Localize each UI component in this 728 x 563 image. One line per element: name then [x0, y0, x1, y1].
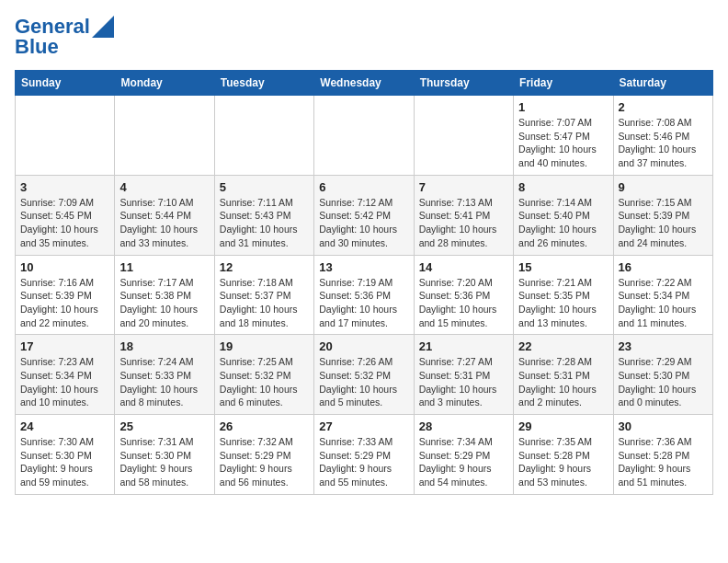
- day-number: 24: [20, 419, 109, 433]
- day-info: Sunrise: 7:13 AM Sunset: 5:41 PM Dayligh…: [419, 196, 508, 250]
- calendar-cell: 29Sunrise: 7:35 AM Sunset: 5:28 PM Dayli…: [514, 415, 613, 495]
- weekday-header-friday: Friday: [514, 71, 613, 96]
- calendar-body: 1Sunrise: 7:07 AM Sunset: 5:47 PM Daylig…: [16, 96, 713, 495]
- calendar-week-4: 17Sunrise: 7:23 AM Sunset: 5:34 PM Dayli…: [16, 335, 713, 415]
- day-number: 6: [319, 180, 408, 194]
- day-info: Sunrise: 7:17 AM Sunset: 5:38 PM Dayligh…: [119, 276, 209, 330]
- day-number: 17: [20, 339, 109, 353]
- calendar-table: SundayMondayTuesdayWednesdayThursdayFrid…: [15, 70, 713, 495]
- calendar-cell: 8Sunrise: 7:14 AM Sunset: 5:40 PM Daylig…: [514, 175, 613, 255]
- day-info: Sunrise: 7:27 AM Sunset: 5:31 PM Dayligh…: [419, 355, 508, 409]
- calendar-cell: 25Sunrise: 7:31 AM Sunset: 5:30 PM Dayli…: [115, 415, 214, 495]
- weekday-header-wednesday: Wednesday: [314, 71, 414, 96]
- day-number: 29: [518, 419, 608, 433]
- day-info: Sunrise: 7:35 AM Sunset: 5:28 PM Dayligh…: [518, 435, 608, 489]
- calendar-week-5: 24Sunrise: 7:30 AM Sunset: 5:30 PM Dayli…: [16, 415, 713, 495]
- day-info: Sunrise: 7:14 AM Sunset: 5:40 PM Dayligh…: [518, 196, 608, 250]
- day-info: Sunrise: 7:24 AM Sunset: 5:33 PM Dayligh…: [119, 355, 209, 409]
- day-number: 13: [319, 260, 408, 274]
- calendar-cell: 12Sunrise: 7:18 AM Sunset: 5:37 PM Dayli…: [214, 255, 313, 335]
- calendar-cell: [16, 96, 115, 176]
- day-info: Sunrise: 7:33 AM Sunset: 5:29 PM Dayligh…: [319, 435, 408, 489]
- day-info: Sunrise: 7:09 AM Sunset: 5:45 PM Dayligh…: [20, 196, 109, 250]
- day-info: Sunrise: 7:10 AM Sunset: 5:44 PM Dayligh…: [119, 196, 209, 250]
- calendar-cell: 27Sunrise: 7:33 AM Sunset: 5:29 PM Dayli…: [314, 415, 414, 495]
- day-info: Sunrise: 7:16 AM Sunset: 5:39 PM Dayligh…: [20, 276, 109, 330]
- weekday-header-sunday: Sunday: [16, 71, 115, 96]
- day-info: Sunrise: 7:19 AM Sunset: 5:36 PM Dayligh…: [319, 276, 408, 330]
- day-info: Sunrise: 7:25 AM Sunset: 5:32 PM Dayligh…: [220, 355, 309, 409]
- day-number: 9: [619, 180, 708, 194]
- day-number: 14: [419, 260, 508, 274]
- weekday-header-saturday: Saturday: [613, 71, 712, 96]
- logo-text-blue: Blue: [15, 35, 59, 59]
- day-number: 20: [319, 339, 408, 353]
- day-info: Sunrise: 7:29 AM Sunset: 5:30 PM Dayligh…: [619, 355, 708, 409]
- calendar-cell: 7Sunrise: 7:13 AM Sunset: 5:41 PM Daylig…: [414, 175, 513, 255]
- day-number: 3: [20, 180, 109, 194]
- day-info: Sunrise: 7:36 AM Sunset: 5:28 PM Dayligh…: [619, 435, 708, 489]
- day-info: Sunrise: 7:12 AM Sunset: 5:42 PM Dayligh…: [319, 196, 408, 250]
- day-number: 2: [619, 100, 708, 114]
- svg-marker-0: [92, 16, 114, 38]
- weekday-header-row: SundayMondayTuesdayWednesdayThursdayFrid…: [16, 71, 713, 96]
- calendar-cell: 10Sunrise: 7:16 AM Sunset: 5:39 PM Dayli…: [16, 255, 115, 335]
- day-number: 30: [619, 419, 708, 433]
- day-info: Sunrise: 7:30 AM Sunset: 5:30 PM Dayligh…: [20, 435, 109, 489]
- calendar-cell: [115, 96, 214, 176]
- header: General Blue: [15, 15, 713, 59]
- calendar-cell: 28Sunrise: 7:34 AM Sunset: 5:29 PM Dayli…: [414, 415, 513, 495]
- day-info: Sunrise: 7:15 AM Sunset: 5:39 PM Dayligh…: [619, 196, 708, 250]
- day-info: Sunrise: 7:31 AM Sunset: 5:30 PM Dayligh…: [119, 435, 209, 489]
- day-number: 27: [319, 419, 408, 433]
- calendar-cell: 16Sunrise: 7:22 AM Sunset: 5:34 PM Dayli…: [613, 255, 712, 335]
- weekday-header-thursday: Thursday: [414, 71, 513, 96]
- day-info: Sunrise: 7:11 AM Sunset: 5:43 PM Dayligh…: [220, 196, 309, 250]
- calendar-cell: 26Sunrise: 7:32 AM Sunset: 5:29 PM Dayli…: [214, 415, 313, 495]
- calendar-cell: 4Sunrise: 7:10 AM Sunset: 5:44 PM Daylig…: [115, 175, 214, 255]
- calendar-cell: 20Sunrise: 7:26 AM Sunset: 5:32 PM Dayli…: [314, 335, 414, 415]
- day-number: 12: [220, 260, 309, 274]
- day-number: 19: [220, 339, 309, 353]
- calendar-week-1: 1Sunrise: 7:07 AM Sunset: 5:47 PM Daylig…: [16, 96, 713, 176]
- calendar-week-3: 10Sunrise: 7:16 AM Sunset: 5:39 PM Dayli…: [16, 255, 713, 335]
- day-info: Sunrise: 7:21 AM Sunset: 5:35 PM Dayligh…: [518, 276, 608, 330]
- calendar-cell: 6Sunrise: 7:12 AM Sunset: 5:42 PM Daylig…: [314, 175, 414, 255]
- calendar-cell: 9Sunrise: 7:15 AM Sunset: 5:39 PM Daylig…: [613, 175, 712, 255]
- weekday-header-tuesday: Tuesday: [214, 71, 313, 96]
- day-info: Sunrise: 7:34 AM Sunset: 5:29 PM Dayligh…: [419, 435, 508, 489]
- day-number: 7: [419, 180, 508, 194]
- calendar-cell: 1Sunrise: 7:07 AM Sunset: 5:47 PM Daylig…: [514, 96, 613, 176]
- day-number: 1: [518, 100, 608, 114]
- day-info: Sunrise: 7:22 AM Sunset: 5:34 PM Dayligh…: [619, 276, 708, 330]
- day-number: 25: [119, 419, 209, 433]
- day-info: Sunrise: 7:20 AM Sunset: 5:36 PM Dayligh…: [419, 276, 508, 330]
- calendar-cell: 17Sunrise: 7:23 AM Sunset: 5:34 PM Dayli…: [16, 335, 115, 415]
- calendar-cell: [314, 96, 414, 176]
- day-number: 22: [518, 339, 608, 353]
- day-number: 26: [220, 419, 309, 433]
- day-info: Sunrise: 7:28 AM Sunset: 5:31 PM Dayligh…: [518, 355, 608, 409]
- calendar-week-2: 3Sunrise: 7:09 AM Sunset: 5:45 PM Daylig…: [16, 175, 713, 255]
- day-info: Sunrise: 7:08 AM Sunset: 5:46 PM Dayligh…: [619, 116, 708, 170]
- weekday-header-monday: Monday: [115, 71, 214, 96]
- calendar-cell: 11Sunrise: 7:17 AM Sunset: 5:38 PM Dayli…: [115, 255, 214, 335]
- calendar-cell: 13Sunrise: 7:19 AM Sunset: 5:36 PM Dayli…: [314, 255, 414, 335]
- calendar-cell: [214, 96, 313, 176]
- calendar-cell: 14Sunrise: 7:20 AM Sunset: 5:36 PM Dayli…: [414, 255, 513, 335]
- day-info: Sunrise: 7:26 AM Sunset: 5:32 PM Dayligh…: [319, 355, 408, 409]
- day-number: 4: [119, 180, 209, 194]
- calendar-cell: 18Sunrise: 7:24 AM Sunset: 5:33 PM Dayli…: [115, 335, 214, 415]
- calendar-cell: 22Sunrise: 7:28 AM Sunset: 5:31 PM Dayli…: [514, 335, 613, 415]
- calendar-cell: 3Sunrise: 7:09 AM Sunset: 5:45 PM Daylig…: [16, 175, 115, 255]
- day-number: 23: [619, 339, 708, 353]
- logo: General Blue: [15, 15, 114, 59]
- day-number: 5: [220, 180, 309, 194]
- calendar-cell: 19Sunrise: 7:25 AM Sunset: 5:32 PM Dayli…: [214, 335, 313, 415]
- logo-triangle-icon: [92, 16, 114, 38]
- day-number: 28: [419, 419, 508, 433]
- day-info: Sunrise: 7:32 AM Sunset: 5:29 PM Dayligh…: [220, 435, 309, 489]
- day-number: 16: [619, 260, 708, 274]
- calendar-cell: 21Sunrise: 7:27 AM Sunset: 5:31 PM Dayli…: [414, 335, 513, 415]
- calendar-cell: 24Sunrise: 7:30 AM Sunset: 5:30 PM Dayli…: [16, 415, 115, 495]
